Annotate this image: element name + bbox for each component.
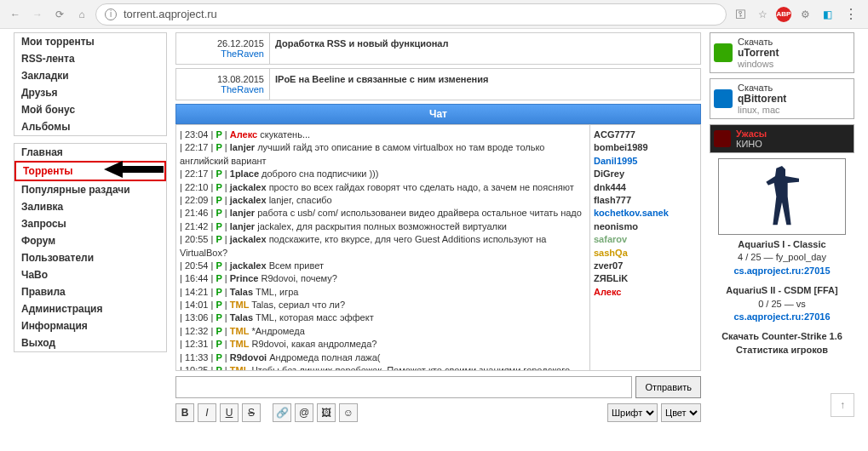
strike-button[interactable]: S [242, 403, 261, 422]
menu-item[interactable]: Администрация [14, 300, 166, 317]
menu-item[interactable]: ЧаВо [14, 266, 166, 283]
cs-banner[interactable] [718, 158, 846, 235]
chat-message: | 22:09 | P | jackalex lanjer, спасибо [180, 194, 586, 207]
extension-icon[interactable]: ◧ [819, 6, 836, 23]
forward-button[interactable]: → [29, 6, 46, 23]
chat-user[interactable]: ZЯБLiK [594, 272, 697, 285]
menu-item[interactable]: Мой бонус [14, 101, 166, 118]
chat-user[interactable]: sashQa [594, 247, 697, 260]
site-info-icon[interactable]: i [105, 9, 117, 20]
key-icon[interactable]: ⚿ [732, 6, 749, 23]
server1-link[interactable]: cs.aqproject.ru:27015 [733, 265, 830, 276]
server2-link[interactable]: cs.aqproject.ru:27016 [733, 311, 830, 322]
chat-message: | 14:01 | P | TML Talas, сериал что ли? [180, 299, 586, 311]
chat-user[interactable]: DiGrey [594, 168, 697, 180]
menu-item[interactable]: Запросы [14, 215, 166, 232]
chat-message: | 20:54 | P | jackalex Всем привет [180, 260, 586, 272]
chat-user[interactable]: neonismo [594, 220, 697, 233]
chat-user[interactable]: safarov [594, 233, 697, 246]
menu-item[interactable]: Главная [14, 144, 166, 161]
menu-button[interactable]: ⋮ [841, 6, 861, 22]
chat-user[interactable]: ACG7777 [594, 128, 697, 141]
chat-message: | 10:25 | P | TML Чтобы без лишних переб… [180, 364, 586, 370]
menu-item[interactable]: Выход [14, 334, 166, 351]
cs-download-link[interactable]: Скачать Counter-Strike 1.6 [721, 331, 842, 341]
chat-send-button[interactable]: Отправить [635, 376, 701, 398]
menu-item[interactable]: Форум [14, 232, 166, 249]
image-button[interactable]: 🖼 [317, 403, 336, 422]
menu-item[interactable]: Альбомы [14, 118, 166, 135]
chat-message: | 21:42 | P | lanjer jackalex, для раскр… [180, 220, 586, 233]
download-box[interactable]: СкачатьqBittorentlinux, mac [710, 78, 854, 119]
chat-user[interactable]: flash777 [594, 194, 697, 207]
site-menu: ГлавнаяТоррентыПопулярные раздачиЗаливка… [14, 143, 167, 352]
menu-item[interactable]: Правила [14, 283, 166, 300]
chat-user-list: ACG7777bombei1989Danil1995DiGreydnk444fl… [589, 125, 700, 370]
news-row[interactable]: 13.08.2015 TheRavenIPoE на Beeline и свя… [175, 68, 701, 100]
highlight-arrow [104, 159, 164, 180]
chat-message: | 20:55 | P | jackalex подскажите, кто в… [180, 233, 586, 260]
scroll-top-button[interactable]: ↑ [831, 393, 854, 417]
settings-icon[interactable]: ⚙ [796, 6, 813, 23]
chat-input-row: Отправить [175, 376, 701, 398]
font-select[interactable]: Шрифт [607, 403, 658, 422]
menu-item[interactable]: Популярные раздачи [14, 181, 166, 198]
chat-message: | 13:06 | P | Talas TML, которая масс эф… [180, 311, 586, 324]
adblock-icon[interactable]: ABP [776, 7, 791, 22]
stats-link[interactable]: Статистика игроков [736, 345, 828, 355]
chat-message: | 22:17 | P | 1place доброго сна подписч… [180, 168, 586, 180]
bookmark-button[interactable]: ☆ [754, 6, 771, 23]
back-button[interactable]: ← [7, 6, 24, 23]
address-bar[interactable]: i torrent.aqproject.ru [95, 3, 727, 26]
color-select[interactable]: Цвет [661, 403, 701, 422]
home-button[interactable]: ⌂ [73, 6, 90, 23]
news-list: 26.12.2015 TheRavenДоработка RSS и новый… [175, 32, 701, 100]
chat-user[interactable]: bombei1989 [594, 141, 697, 154]
chat-message: | 11:33 | P | R9dovoi Андромеда полная л… [180, 351, 586, 364]
bold-button[interactable]: B [175, 403, 194, 422]
server1-info: AquariuS I - Classic 4 / 25 — fy_pool_da… [710, 238, 854, 277]
underline-button[interactable]: U [220, 403, 239, 422]
chat-user[interactable]: zver07 [594, 260, 697, 272]
mail-button[interactable]: @ [295, 403, 313, 422]
download-box[interactable]: СкачатьuTorrentwindows [710, 32, 854, 73]
reload-button[interactable]: ⟳ [51, 6, 68, 23]
menu-item[interactable]: Пользователи [14, 249, 166, 266]
chat-user[interactable]: Алекс [594, 286, 697, 299]
menu-item[interactable]: Заливка [14, 198, 166, 215]
user-menu: Мои торрентыRSS-лентаЗакладкиДрузьяМой б… [14, 32, 167, 136]
chat-message: | 23:04 | P | Алекс скукатень... [180, 128, 586, 141]
menu-item[interactable]: Закладки [14, 67, 166, 84]
url-text: torrent.aqproject.ru [124, 8, 217, 20]
chat-message: | 22:17 | P | lanjer лучший гайд это опи… [180, 141, 586, 168]
banner-box[interactable]: УжасыКИНО [710, 124, 854, 153]
chat-input[interactable] [175, 376, 632, 398]
italic-button[interactable]: I [198, 403, 216, 422]
chat-header: Чат [175, 104, 701, 124]
menu-item[interactable]: Друзья [14, 84, 166, 101]
menu-item[interactable]: RSS-лента [14, 50, 166, 67]
chat-message: | 21:46 | P | lanjer работа с usb/ com/ … [180, 207, 586, 220]
chat-user[interactable]: Danil1995 [594, 155, 697, 168]
menu-item[interactable]: Мои торренты [14, 33, 166, 50]
chat-user[interactable]: kochetkov.sanek [594, 207, 697, 220]
chat-message: | 14:21 | P | Talas TML, игра [180, 286, 586, 299]
menu-item[interactable]: Информация [14, 317, 166, 334]
chat-box: | 23:04 | P | Алекс скукатень...| 22:17 … [175, 124, 701, 371]
news-row[interactable]: 26.12.2015 TheRavenДоработка RSS и новый… [175, 32, 701, 65]
chat-user[interactable]: dnk444 [594, 181, 697, 194]
chat-messages: | 23:04 | P | Алекс скукатень...| 22:17 … [176, 125, 589, 370]
chat-message: | 16:44 | P | Prince R9dovoi, почему? [180, 272, 586, 285]
emoji-button[interactable]: ☺ [339, 403, 358, 422]
link-button[interactable]: 🔗 [273, 403, 291, 422]
chat-toolbar: B I U S 🔗 @ 🖼 ☺ Шрифт Цвет [175, 403, 701, 422]
browser-toolbar: ← → ⟳ ⌂ i torrent.aqproject.ru ⚿ ☆ ABP ⚙… [0, 0, 868, 29]
svg-marker-0 [104, 161, 164, 178]
server2-info: AquariuS II - CSDM [FFA] 0 / 25 — vs cs.… [710, 284, 854, 323]
chat-message: | 22:10 | P | jackalex просто во всех га… [180, 181, 586, 194]
chat-message: | 12:31 | P | TML R9dovoi, какая андролм… [180, 338, 586, 351]
chat-message: | 12:32 | P | TML *Андромеда [180, 325, 586, 338]
